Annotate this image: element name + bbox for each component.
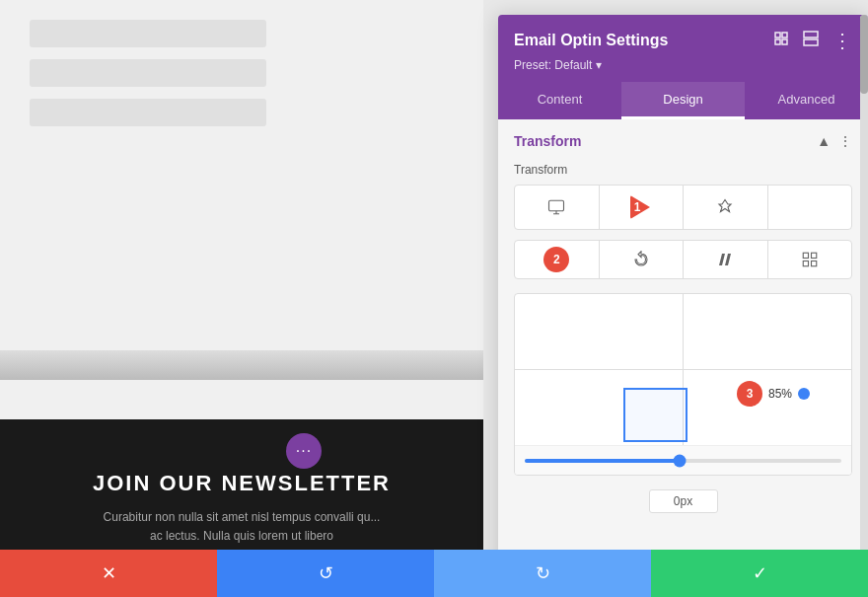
empty-cell-1[interactable] (768, 186, 852, 229)
pin-icon (716, 198, 734, 216)
more-options-icon[interactable]: ⋮ (832, 29, 852, 52)
svg-rect-10 (803, 261, 808, 266)
preview-bars (0, 0, 483, 146)
cancel-icon: ✕ (102, 562, 116, 584)
save-icon: ✓ (753, 562, 767, 584)
badge-3: 3 (737, 381, 762, 407)
preview-divider (0, 350, 483, 380)
scale-icon-cell[interactable] (768, 241, 852, 278)
cancel-button[interactable]: ✕ (0, 550, 217, 597)
panel-title: Email Optin Settings (514, 32, 668, 49)
tab-design[interactable]: Design (621, 82, 745, 119)
skew-icon-cell[interactable] (684, 241, 768, 278)
svg-rect-9 (811, 261, 816, 266)
slider-thumb[interactable] (674, 454, 687, 467)
transform-preview: 3 85% (514, 293, 852, 476)
slider-track (525, 459, 841, 463)
blue-dot-handle[interactable] (798, 388, 810, 400)
section-header: Transform ▲ ⋮ (498, 119, 868, 159)
panel-header-top: Email Optin Settings ⋮ (514, 29, 852, 52)
rotate-icon (632, 251, 650, 268)
section-title: Transform (514, 133, 581, 149)
px-input-wrap (498, 485, 868, 523)
svg-rect-4 (804, 32, 818, 37)
arrow-badge-cell[interactable]: 1 (600, 186, 685, 229)
save-button[interactable]: ✓ (651, 550, 868, 597)
tab-advanced[interactable]: Advanced (745, 82, 868, 119)
collapse-icon[interactable]: ▲ (817, 133, 831, 149)
chat-bubble-button[interactable]: ··· (286, 433, 322, 469)
pin-icon-cell[interactable] (684, 186, 768, 229)
preview-bar-1 (30, 20, 266, 47)
chat-dots-icon: ··· (296, 443, 312, 459)
grid-cell-tr (684, 294, 852, 370)
grid-icon[interactable] (803, 31, 819, 50)
px-input[interactable] (649, 489, 718, 513)
panel-header: Email Optin Settings ⋮ (498, 15, 868, 82)
percent-label: 85% (768, 387, 792, 401)
svg-rect-3 (782, 39, 787, 44)
preview-bar-3 (30, 99, 266, 126)
panel-body: Transform ▲ ⋮ Transform (498, 119, 868, 582)
svg-rect-7 (803, 253, 808, 258)
page-preview: JOIN OUR NEWSLETTER Curabitur non nulla … (0, 0, 483, 597)
preview-bar-2 (30, 59, 266, 87)
icon-row-2-wrap: 2 + (514, 240, 852, 279)
plus-badge-cell[interactable]: 2 + (515, 241, 600, 278)
scrollbar-track (860, 15, 868, 582)
bottom-toolbar: ✕ ↺ ↻ ✓ (0, 550, 868, 597)
newsletter-text: Curabitur non nulla sit amet nisl tempus… (104, 508, 381, 546)
svg-rect-5 (804, 39, 818, 45)
icon-row-2: 2 + (514, 240, 852, 279)
panel-preset[interactable]: Preset: Default ▾ (514, 58, 852, 72)
newsletter-title: JOIN OUR NEWSLETTER (93, 471, 391, 496)
scrollbar-thumb[interactable] (860, 15, 868, 94)
redo-icon: ↻ (536, 562, 550, 584)
svg-rect-8 (811, 253, 816, 258)
scale-icon (801, 251, 819, 268)
section-controls: ▲ ⋮ (817, 133, 852, 149)
badge3-wrap: 3 85% (737, 381, 810, 407)
panel-tabs: Content Design Advanced (498, 82, 868, 119)
rotate-icon-cell[interactable] (600, 241, 685, 278)
svg-rect-2 (775, 39, 780, 44)
undo-icon: ↺ (319, 562, 333, 584)
icon-row-1-wrap: 1 (514, 185, 852, 230)
desktop-icon-cell[interactable] (515, 186, 600, 229)
expand-icon[interactable] (773, 31, 789, 50)
redo-button[interactable]: ↻ (434, 550, 651, 597)
skew-icon (716, 251, 734, 268)
svg-rect-6 (549, 200, 564, 211)
undo-button[interactable]: ↺ (217, 550, 434, 597)
grid-cell-tl (515, 294, 684, 370)
icon-row-1: 1 (514, 185, 852, 230)
settings-panel: Email Optin Settings ⋮ (498, 15, 868, 582)
svg-rect-1 (782, 33, 787, 37)
desktop-icon (547, 198, 565, 216)
slider-area[interactable] (515, 445, 851, 475)
svg-rect-0 (775, 33, 780, 37)
section-more-icon[interactable]: ⋮ (838, 133, 852, 149)
panel-header-icons: ⋮ (773, 29, 852, 52)
transform-rect[interactable] (623, 388, 687, 442)
transform-label: Transform (498, 159, 868, 185)
tab-content[interactable]: Content (498, 82, 621, 119)
slider-fill (525, 459, 684, 463)
